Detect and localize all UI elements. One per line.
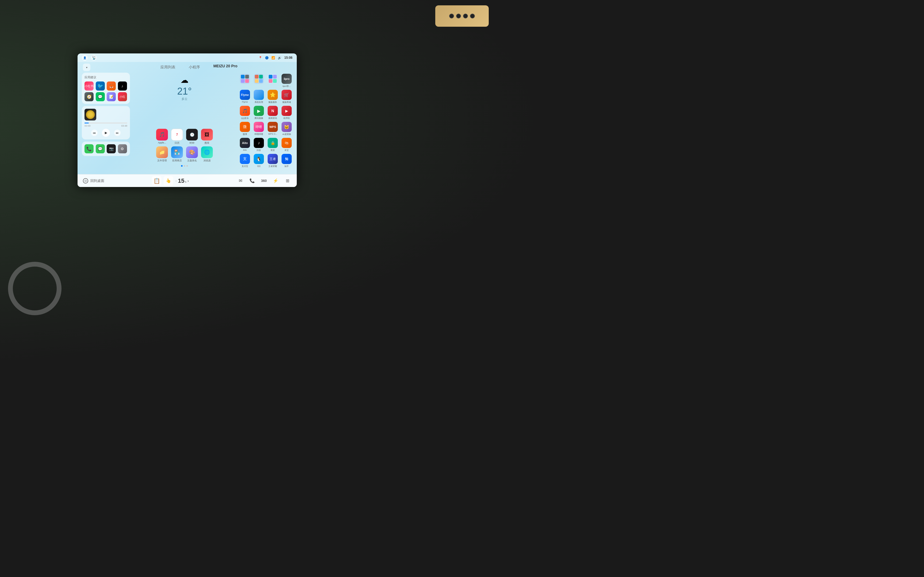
app-flyme[interactable]: 🐦: [96, 82, 105, 90]
left-chevron: ‹: [175, 179, 177, 183]
taskbar-app1[interactable]: 📋: [152, 176, 162, 185]
dock-photos[interactable]: 🖼 图库: [201, 129, 213, 145]
right-label-chengxu: 程序院: [283, 117, 290, 120]
app-tiktok[interactable]: ♪: [118, 82, 127, 90]
taskbar-360-icon[interactable]: 360: [260, 177, 268, 185]
right-chevron[interactable]: ›: [187, 179, 189, 183]
music-progress[interactable]: [84, 122, 127, 123]
taskbar-message-icon[interactable]: ✉: [236, 177, 244, 185]
quick-message[interactable]: 💬: [96, 144, 105, 153]
right-app-meizu-shop[interactable]: 🛒 魅族商城: [281, 90, 292, 104]
dock-calendar[interactable]: 7 日历: [171, 129, 183, 145]
right-app-bilibili[interactable]: 哔哩 哔哩哔哩: [253, 122, 265, 136]
dock-label-themes: 主题美化: [187, 159, 197, 163]
right-app-wps[interactable]: WPS WPS O...: [267, 122, 279, 136]
prev-button[interactable]: ⏮: [91, 130, 98, 136]
dock-files[interactable]: 📁 文件管理: [156, 147, 168, 163]
right-label-weibo: 微博: [243, 133, 247, 136]
right-app-folder3[interactable]: [267, 74, 279, 88]
next-button[interactable]: ⏭: [114, 130, 121, 136]
weather-widget: ☁ 21° 多云: [177, 75, 192, 101]
dock-clock[interactable]: 🕐 时钟: [186, 129, 198, 145]
right-label-bilibili: 哔哩哔哩: [255, 133, 263, 136]
right-app-folder2[interactable]: [253, 74, 265, 88]
taskbar-app2[interactable]: 👆: [164, 176, 173, 185]
pin-icon: 📍: [258, 56, 262, 60]
right-label-aito: Aito: [243, 149, 247, 151]
dock-label-files: 文件管理: [157, 159, 167, 163]
dock-app-store[interactable]: 🏪 应用商店: [171, 147, 183, 163]
right-app-meizu-svc[interactable]: ⭐ 魅族服务: [267, 90, 279, 104]
right-app-weibo[interactable]: 微 微博: [239, 122, 251, 136]
device-name: MEIZU 20 Pro: [213, 64, 237, 71]
right-app-ai-pet[interactable]: 🐱 AI虚宠物: [281, 122, 292, 136]
user-icon: 👤: [82, 55, 88, 61]
dock-label-browser: 浏览器: [204, 159, 211, 163]
home-button[interactable]: ○ 回到桌面: [83, 178, 104, 184]
dock-label-apple: Apple...: [158, 141, 166, 144]
right-app-jian-an[interactable]: 🔒 简安: [267, 138, 279, 152]
right-app-chengxu[interactable]: ▶ 程序院: [281, 106, 292, 120]
page-dot-2: [184, 165, 185, 167]
right-label-lipro: lipro智...: [283, 85, 291, 88]
right-label-alipay: 支付宝: [242, 165, 248, 168]
speed-unit: s: [185, 180, 187, 183]
right-app-lipro[interactable]: lipro lipro智...: [281, 74, 292, 88]
right-app-taobao[interactable]: 🛍 米宝: [281, 138, 292, 152]
dock-label-clock: 时钟: [189, 141, 194, 145]
app-wechat[interactable]: 💬: [96, 92, 105, 101]
quick-camera[interactable]: 📷: [107, 144, 116, 153]
tab-mini-program[interactable]: 小程序: [189, 64, 200, 71]
quick-settings[interactable]: ⚙: [118, 144, 127, 153]
dock-apps: 🎵 Apple... 7 日历 🕐: [156, 129, 213, 167]
taskbar-grid-icon[interactable]: ⊞: [283, 177, 291, 185]
status-bar: 👤 📡 📍 🔵 📶 🔊 15:06: [78, 53, 297, 62]
suggestions-card: 应用建议 小红书 🐦 🦊 ♪ 🧭 💬 📝 小红: [82, 73, 130, 104]
right-label-wps: WPS O...: [268, 133, 277, 135]
app-xiaohongshu[interactable]: 小红书: [84, 82, 94, 90]
right-app-zhihu[interactable]: 知 知乎: [281, 154, 292, 168]
taskbar-phone-icon[interactable]: 📞: [248, 177, 256, 185]
right-app-aito[interactable]: Aito Aito: [239, 138, 251, 152]
music-player-card: 00:00 03:48 ⏮ ▶ ⏭: [82, 106, 130, 139]
right-app-qq-music[interactable]: 🎵 QQ音乐: [239, 106, 251, 120]
dropdown-button[interactable]: ▾: [83, 64, 90, 71]
app-xiaohongshu2[interactable]: 小红: [118, 92, 127, 101]
right-label-sys: 系统应用: [255, 101, 263, 104]
speed-display: 15 s: [178, 177, 186, 184]
right-app-flyme[interactable]: Flyme Flyme: [239, 90, 251, 104]
bluetooth-icon: 🔵: [265, 56, 269, 60]
app-notes[interactable]: 📝: [107, 92, 116, 101]
weather-temperature: 21°: [177, 86, 192, 97]
app-compass[interactable]: 🧭: [84, 92, 94, 101]
quick-apps-card: 📞 💬 📷 ⚙: [82, 142, 130, 156]
taskbar-lightning-icon[interactable]: ⚡: [271, 177, 279, 185]
right-label-meizu-shop: 魅族商城: [282, 101, 291, 104]
clock-display: 15:06: [284, 56, 292, 60]
right-label-qq: QQ: [257, 165, 260, 167]
dock-apple-music[interactable]: 🎵 Apple...: [156, 129, 168, 145]
right-app-news[interactable]: N 新闻资讯: [267, 106, 279, 120]
nav-bar: ▾ 应用列表 小程序 MEIZU 20 Pro: [78, 62, 297, 73]
taskbar-right: ✉ 📞 360 ⚡ ⊞: [236, 177, 291, 185]
right-app-tiktok[interactable]: ♪ 抖音: [253, 138, 265, 152]
right-app-alipay[interactable]: 支 支付宝: [239, 154, 251, 168]
quick-phone[interactable]: 📞: [84, 144, 94, 153]
right-app-folder1[interactable]: [239, 74, 251, 88]
app-orange[interactable]: 🦊: [107, 82, 116, 90]
play-button[interactable]: ▶: [102, 129, 110, 137]
right-app-tencent-video[interactable]: ▶ 腾讯视频: [253, 106, 265, 120]
right-app-sys[interactable]: 系统应用: [253, 90, 265, 104]
speed-number: 15: [178, 177, 184, 184]
taskbar: ○ 回到桌面 📋 👆 ‹ 15 s › ✉ 📞: [78, 174, 297, 187]
tab-app-list[interactable]: 应用列表: [160, 64, 175, 71]
center-area: ☁ 21° 多云 🎵 Apple... 7: [133, 73, 236, 172]
dock-themes[interactable]: 🎨 主题美化: [186, 147, 198, 163]
right-app-kings[interactable]: 王者 王者荣耀: [267, 154, 279, 168]
page-dot-3: [186, 165, 188, 167]
right-label-ai-pet: AI虚宠物: [282, 133, 291, 136]
dock-label-calendar: 日历: [174, 141, 179, 145]
dock-browser[interactable]: 🌐 浏览器: [201, 147, 213, 163]
right-app-qq[interactable]: 🐧 QQ: [253, 154, 265, 168]
right-label-tiktok: 抖音: [257, 149, 261, 152]
